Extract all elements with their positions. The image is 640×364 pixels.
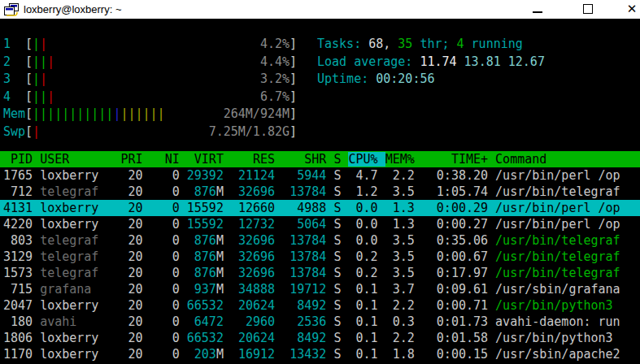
cell-user: telegraf: [40, 184, 106, 199]
cell-time: 0:17.97: [422, 266, 488, 280]
cell-user: telegraf: [40, 233, 106, 248]
cell-cpu-percent: 0.1: [348, 314, 377, 329]
mem-meter: Mem[||||||||||||||||||264M/924M]: [3, 106, 640, 124]
process-row[interactable]: 1170 loxberry 20 0 203M 16912 13432 S 0.…: [0, 346, 640, 362]
meter-bar: |: [40, 54, 47, 69]
column-header-command[interactable]: Command: [495, 152, 546, 167]
cell-pid: 1765: [3, 168, 33, 183]
mem-label: Mem: [3, 106, 25, 124]
cell-state: S: [333, 233, 341, 248]
process-row[interactable]: 1573 telegraf 20 0 876M 32696 13784 S 0.…: [0, 265, 640, 281]
process-row[interactable]: 712 telegraf 20 0 876M 32696 13784 S 1.2…: [0, 184, 640, 200]
process-row[interactable]: 1806 loxberry 20 0 66532 20624 8492 S 0.…: [0, 330, 640, 346]
titlebar: loxberry@loxberry: ~ ✕: [0, 0, 640, 19]
cell-pid: 2047: [3, 298, 33, 313]
column-header-cpu[interactable]: CPU%: [348, 152, 385, 167]
meter-bar: |: [69, 106, 76, 121]
cell-res: 12660: [231, 201, 275, 215]
cell-mem-percent: 1.3: [385, 217, 415, 232]
cell-res: 20624: [231, 298, 275, 313]
cell-virt-unit: M: [216, 233, 224, 248]
column-header-mem[interactable]: MEM%: [385, 152, 415, 167]
cell-res: 12732: [231, 217, 275, 232]
cell-command: /usr/bin/python3: [495, 331, 613, 345]
running-count: 4: [457, 36, 464, 54]
process-row[interactable]: 1765 loxberry 20 0 29392 21124 5944 S 4.…: [0, 167, 640, 184]
cell-state: S: [333, 249, 341, 264]
column-header-virt[interactable]: VIRT: [187, 152, 224, 167]
column-header-ni[interactable]: NI: [150, 152, 180, 167]
maximize-button[interactable]: [581, 2, 595, 16]
cell-command: /usr/bin/telegraf: [495, 266, 620, 280]
meter-bar: |: [33, 54, 40, 69]
column-header-s[interactable]: S: [333, 152, 341, 167]
cpu4-value: 6.7%: [260, 89, 290, 106]
meter-bar: |: [40, 72, 47, 86]
cell-pid: 715: [3, 282, 33, 297]
cell-virt: 15592: [187, 217, 224, 232]
meter-bar: |: [91, 106, 98, 121]
cell-time: 0:01.58: [422, 331, 488, 345]
cell-ni: 0: [150, 314, 180, 329]
cell-pri: 20: [113, 266, 142, 280]
process-row[interactable]: 2047 loxberry 20 0 66532 20624 8492 S 0.…: [0, 297, 640, 314]
process-row[interactable]: 715 grafana 20 0 937M 34888 19712 S 0.1 …: [0, 281, 640, 297]
cell-cpu-percent: 0.1: [348, 347, 377, 362]
process-row[interactable]: 803 telegraf 20 0 876M 32696 13784 S 0.0…: [0, 232, 640, 249]
process-row[interactable]: 4131 loxberry 20 0 15592 12660 4988 S 0.…: [0, 200, 640, 216]
cell-pri: 20: [113, 168, 142, 183]
column-header-pri[interactable]: PRI: [113, 152, 142, 167]
cell-state: S: [333, 217, 341, 232]
process-row[interactable]: 4220 loxberry 20 0 15592 12732 5064 S 0.…: [0, 216, 640, 232]
cell-state: S: [333, 347, 341, 362]
cell-virt: 6472: [187, 314, 224, 329]
process-row[interactable]: 180 avahi 20 0 6472 2960 2536 S 0.1 0.3 …: [0, 314, 640, 330]
column-header-res[interactable]: RES: [231, 152, 275, 167]
cell-user: telegraf: [40, 249, 106, 264]
cell-virt: 29392: [187, 168, 224, 183]
tasks-count: 68,: [368, 36, 390, 54]
tasks-line: Tasks:68,35thr;4running: [317, 36, 545, 54]
cell-pri: 20: [113, 217, 142, 232]
cell-state: S: [333, 184, 341, 199]
cell-ni: 0: [150, 298, 180, 313]
meter-bar: |: [62, 106, 69, 121]
cell-virt-unit: M: [216, 347, 224, 362]
process-row[interactable]: 3129 telegraf 20 0 876M 32696 13784 S 0.…: [0, 249, 640, 265]
load-5min: 13.81: [464, 54, 501, 72]
minimize-button[interactable]: [530, 2, 545, 16]
cell-cpu-percent: 4.7: [348, 168, 377, 183]
cell-cpu-percent: 0.0: [348, 201, 377, 215]
cpu2-value: 4.4%: [260, 54, 290, 72]
cell-command: /usr/bin/perl /op: [495, 168, 620, 183]
column-header-pid[interactable]: PID: [3, 152, 33, 167]
cell-pid: 712: [3, 184, 33, 199]
cell-time: 0:00.27: [422, 217, 488, 232]
cell-mem-percent: 3.5: [385, 249, 415, 264]
close-button[interactable]: ✕: [625, 2, 639, 16]
table-header[interactable]: PID USER PRI NI VIRT RES SHR S CPU% MEM%…: [0, 151, 640, 167]
cell-cpu-percent: 0.0: [348, 233, 377, 248]
column-header-shr[interactable]: SHR: [282, 152, 326, 167]
cell-pri: 20: [113, 282, 142, 297]
system-info: Tasks:68,35thr;4running Load average:11.…: [317, 36, 545, 89]
mem-bar-area: ||||||||||||||||||264M/924M: [33, 106, 290, 124]
cell-ni: 0: [150, 331, 180, 345]
column-header-user[interactable]: USER: [40, 152, 106, 167]
meter-bar: |: [143, 106, 150, 121]
cell-mem-percent: 2.2: [385, 331, 415, 345]
cell-cpu-percent: 0.1: [348, 331, 377, 345]
cell-virt: 876: [187, 249, 216, 264]
swp-bar-area: |7.25M/1.82G: [33, 124, 290, 141]
tasks-label: Tasks:: [317, 36, 361, 54]
cell-pid: 3129: [3, 249, 33, 264]
cell-cpu-percent: 0.1: [348, 298, 377, 313]
cpu2-label: 2: [3, 54, 25, 72]
cell-ni: 0: [150, 184, 180, 199]
column-header-time[interactable]: TIME+: [422, 152, 488, 167]
putty-icon: [4, 3, 19, 16]
meter-bar: |: [84, 106, 91, 121]
cell-command: /usr/bin/perl /op: [495, 217, 620, 232]
meter-bar: |: [98, 106, 106, 121]
cell-shr: 8492: [282, 298, 326, 313]
